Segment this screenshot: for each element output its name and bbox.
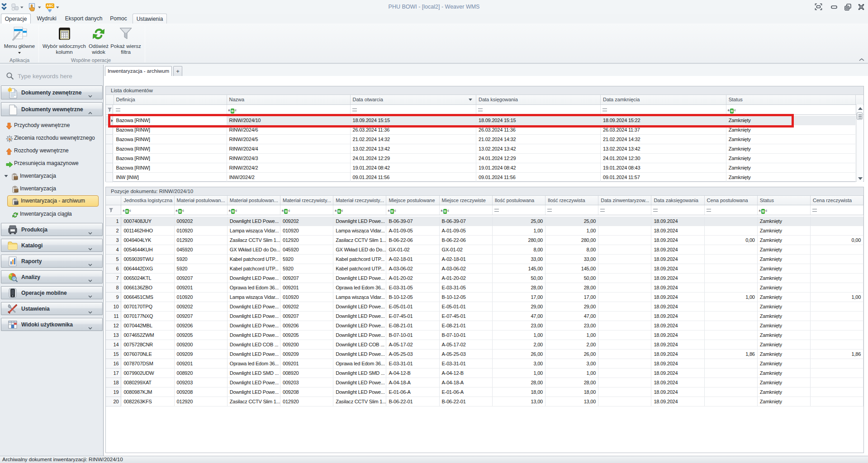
svg-text:ABC: ABC [47,4,54,8]
